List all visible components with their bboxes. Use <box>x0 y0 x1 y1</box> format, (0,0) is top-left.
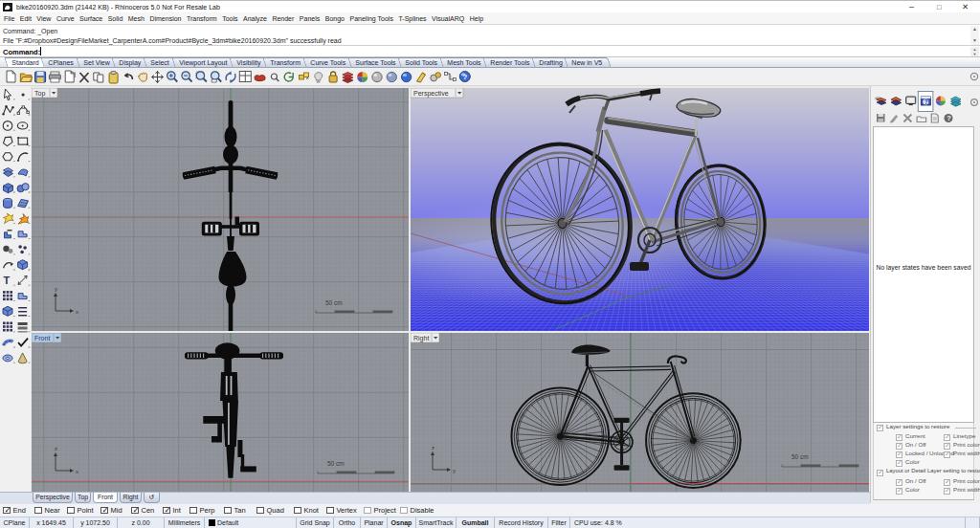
svg-text:z: z <box>432 445 434 451</box>
svg-text:Top: Top <box>34 90 45 98</box>
svg-text:Perspective: Perspective <box>413 90 449 98</box>
svg-text:x: x <box>76 309 78 315</box>
svg-text:50 cm: 50 cm <box>791 453 809 460</box>
svg-text:y: y <box>55 286 57 292</box>
svg-text:?: ? <box>924 99 928 105</box>
svg-text:T: T <box>4 275 11 286</box>
svg-text:y: y <box>453 468 456 473</box>
svg-text:50 cm: 50 cm <box>325 299 343 306</box>
svg-text:50 cm: 50 cm <box>327 460 345 467</box>
svg-text:z: z <box>55 446 57 451</box>
svg-text:x: x <box>76 469 78 474</box>
svg-text:Front: Front <box>34 335 50 341</box>
svg-text:Right: Right <box>413 335 429 342</box>
svg-text:?: ? <box>463 73 468 81</box>
svg-text:?: ? <box>947 114 951 122</box>
